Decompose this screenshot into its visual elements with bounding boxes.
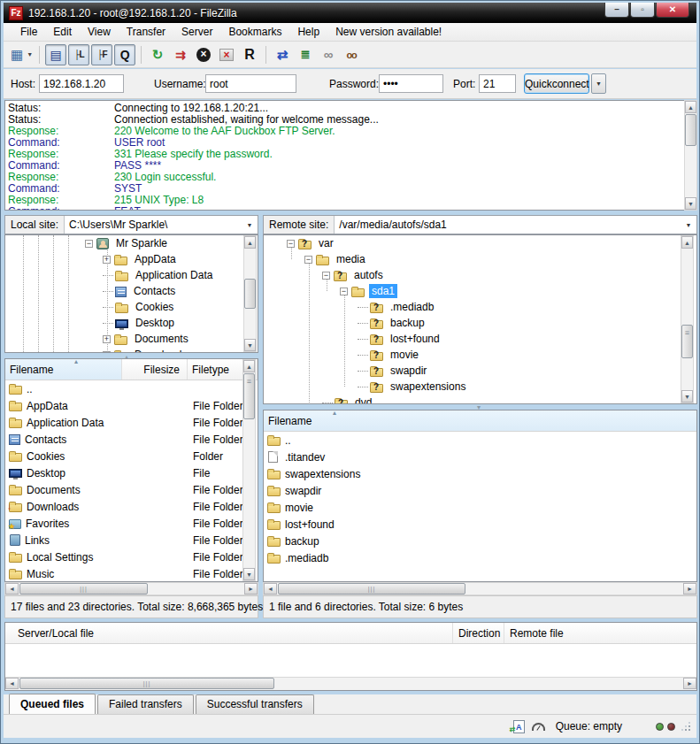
file-row[interactable]: AppDataFile Folder: [5, 397, 258, 414]
close-button[interactable]: ✕: [656, 3, 689, 18]
scroll-thumb[interactable]: [243, 373, 255, 419]
tree-expander-minus-icon[interactable]: −: [85, 240, 93, 248]
transfer-type-icon[interactable]: A: [513, 720, 525, 733]
remote-tree-scrollbar[interactable]: [681, 235, 694, 403]
quickconnect-button[interactable]: Quickconnect: [524, 73, 589, 94]
resize-grip[interactable]: [681, 721, 691, 732]
tree-item-downloads[interactable]: +Downloads: [5, 347, 258, 353]
tree-expander-plus-icon[interactable]: +: [103, 335, 111, 343]
file-row[interactable]: .mediadb: [264, 549, 696, 566]
tree-item-backup[interactable]: backup: [264, 315, 696, 331]
scroll-down-icon[interactable]: [685, 197, 696, 210]
file-row[interactable]: ContactsFile Folder: [5, 431, 258, 448]
maximize-button[interactable]: ▫: [630, 3, 655, 18]
file-row[interactable]: DownloadsFile Folder: [5, 498, 258, 515]
compare-directories-button[interactable]: ⇄: [272, 44, 293, 65]
port-input[interactable]: [479, 74, 516, 93]
tree-item-movie[interactable]: movie: [264, 347, 696, 363]
local-list-hscrollbar[interactable]: [4, 582, 258, 595]
tree-item-mr-sparkle[interactable]: −Mr Sparkle: [5, 235, 258, 251]
file-row[interactable]: CookiesFolder: [5, 448, 258, 464]
reconnect-button[interactable]: R: [239, 44, 260, 65]
tree-item-var[interactable]: −var: [264, 235, 696, 251]
scroll-up-icon[interactable]: [681, 236, 693, 249]
speed-gauge-icon[interactable]: [532, 723, 545, 731]
toggle-queue-button[interactable]: Q: [114, 44, 135, 65]
tree-item-swapdir[interactable]: swapdir: [264, 363, 696, 379]
menu-item-help[interactable]: Help: [289, 24, 327, 40]
menu-item-edit[interactable]: Edit: [45, 24, 80, 40]
process-queue-button[interactable]: ⇉: [170, 44, 191, 65]
tree-expander-minus-icon[interactable]: −: [304, 256, 312, 264]
scroll-down-icon[interactable]: [244, 339, 256, 351]
scroll-up-icon[interactable]: [685, 101, 696, 113]
menu-item-server[interactable]: Server: [173, 24, 220, 40]
toggle-remote-tree-button[interactable]: ├F: [91, 44, 112, 65]
queue-hscrollbar[interactable]: [5, 677, 696, 690]
password-input[interactable]: [379, 74, 443, 93]
scroll-down-icon[interactable]: [681, 390, 693, 403]
tab-failed-transfers[interactable]: Failed transfers: [97, 694, 194, 714]
site-manager-button[interactable]: ▦▼: [10, 44, 34, 65]
column-header-filename[interactable]: Filename: [5, 359, 122, 380]
menu-item-bookmarks[interactable]: Bookmarks: [220, 24, 289, 40]
tree-item-cookies[interactable]: Cookies: [5, 299, 258, 315]
tree-expander-plus-icon[interactable]: +: [103, 256, 111, 264]
column-header-filename[interactable]: Filename: [264, 410, 696, 431]
column-header-direction[interactable]: Direction: [453, 623, 504, 643]
scroll-left-icon[interactable]: [5, 583, 19, 594]
tree-item-swapextensions[interactable]: swapextensions: [264, 379, 696, 395]
file-row[interactable]: movie: [264, 499, 696, 516]
tree-item-media[interactable]: −media: [264, 251, 696, 267]
listing-filters-button[interactable]: ≣: [295, 44, 316, 65]
scroll-left-icon[interactable]: [264, 583, 277, 594]
column-header-server-local-file[interactable]: Server/Local file: [5, 623, 453, 643]
local-list-scrollbar[interactable]: [242, 359, 256, 581]
tree-expander-plus-icon[interactable]: +: [103, 351, 111, 354]
refresh-button[interactable]: ↻: [147, 44, 168, 65]
scroll-right-icon[interactable]: [683, 583, 696, 594]
scroll-up-icon[interactable]: [243, 360, 255, 372]
scroll-thumb[interactable]: [685, 114, 696, 146]
title-bar[interactable]: Fz 192.168.1.20 - root@192.168.1.20 - Fi…: [4, 3, 696, 23]
tree-expander-minus-icon[interactable]: −: [322, 272, 330, 280]
tree-expander-minus-icon[interactable]: −: [287, 240, 295, 248]
remote-directory-tree[interactable]: −var−media−autofs−sda1.mediadbbackuplost…: [263, 234, 697, 404]
toggle-log-button[interactable]: ▤: [45, 44, 66, 65]
menu-item-transfer[interactable]: Transfer: [119, 24, 173, 40]
menu-item-new-version-available[interactable]: New version available!: [327, 24, 450, 40]
remote-list-hscrollbar[interactable]: [263, 582, 697, 595]
message-log[interactable]: Status:Connecting to 192.168.1.20:21...S…: [4, 100, 697, 211]
scroll-right-icon[interactable]: [244, 583, 258, 594]
tree-item-lost-found[interactable]: lost+found: [264, 331, 696, 347]
tree-item-contacts[interactable]: Contacts: [5, 283, 258, 299]
find-files-button[interactable]: oo: [341, 44, 362, 65]
host-input[interactable]: [39, 74, 124, 93]
file-row[interactable]: LinksFile Folder: [5, 532, 258, 548]
local-directory-tree[interactable]: −Mr Sparkle+AppDataApplication DataConta…: [4, 234, 258, 353]
toggle-local-tree-button[interactable]: ├L: [68, 44, 89, 65]
tab-successful-transfers[interactable]: Successful transfers: [196, 694, 314, 714]
scroll-thumb[interactable]: [681, 325, 693, 358]
file-row[interactable]: lost+found: [264, 516, 696, 533]
file-row[interactable]: backup: [264, 533, 696, 549]
quickconnect-dropdown-icon[interactable]: ▼: [591, 73, 606, 94]
file-row[interactable]: swapdir: [264, 482, 696, 499]
file-row[interactable]: DesktopFile: [5, 464, 258, 481]
scroll-thumb[interactable]: [278, 583, 465, 594]
username-input[interactable]: [205, 74, 296, 93]
tree-item-appdata[interactable]: +AppData: [5, 251, 258, 267]
scroll-thumb[interactable]: [244, 279, 256, 309]
scroll-down-icon[interactable]: [243, 568, 255, 580]
minimize-button[interactable]: –: [604, 3, 629, 18]
synchronized-browsing-button[interactable]: ∞: [318, 44, 339, 65]
local-tree-scrollbar[interactable]: [243, 235, 257, 352]
scroll-thumb[interactable]: [19, 678, 274, 689]
cancel-button[interactable]: ×: [193, 44, 214, 65]
tree-item-application-data[interactable]: Application Data: [5, 267, 258, 283]
column-header-remote-file[interactable]: Remote file: [504, 623, 696, 643]
file-row[interactable]: MusicFile Folder: [5, 565, 258, 582]
chevron-down-icon[interactable]: ▼: [683, 216, 694, 234]
local-site-combo[interactable]: C:\Users\Mr Sparkle\ ▼: [64, 216, 258, 234]
chevron-down-icon[interactable]: ▼: [244, 216, 255, 234]
